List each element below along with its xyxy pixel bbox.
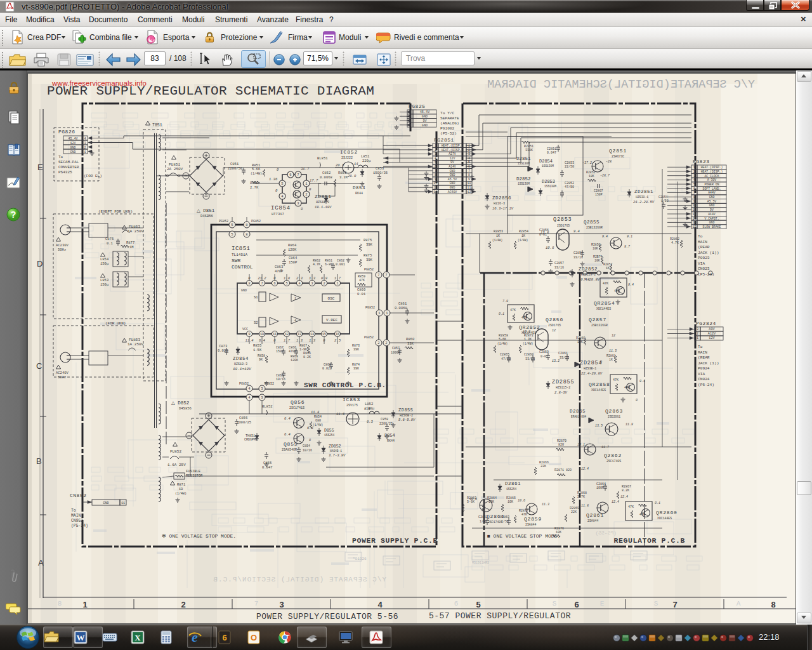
svg-text:13: 13: [693, 217, 697, 220]
svg-text:Q2862: Q2862: [604, 453, 622, 458]
svg-text:PG2824: PG2824: [696, 321, 716, 326]
svg-text:12V: 12V: [709, 336, 715, 340]
svg-text:10K: 10K: [594, 259, 600, 262]
svg-text:FU852: FU852: [170, 449, 181, 454]
svg-text:6: 6: [454, 600, 459, 607]
svg-text:MAIN: MAIN: [698, 240, 707, 244]
svg-text:C864: C864: [289, 256, 298, 260]
svg-text:QR2858: QR2858: [589, 381, 610, 387]
svg-text:D2854: D2854: [539, 159, 553, 164]
svg-text:V.CAPST.: V.CAPST.: [704, 217, 719, 220]
svg-text:150μ: 150μ: [100, 282, 109, 287]
svg-text:HZS30-1: HZS30-1: [636, 196, 648, 199]
svg-text:11.3: 11.3: [609, 349, 617, 353]
svg-text:D2861: D2861: [505, 481, 521, 486]
svg-text:Q2851: Q2851: [609, 148, 627, 154]
svg-text:6: 6: [222, 633, 226, 642]
svg-text:0.047: 0.047: [262, 465, 273, 470]
svg-text:9K: 9K: [259, 358, 263, 362]
svg-text:A12V: A12V: [708, 332, 716, 336]
svg-text:3300/25: 3300/25: [237, 420, 251, 425]
svg-text:Y/C SEPARATE (DIGITAL) SECTION: Y/C SEPARATE (DIGITAL) SECTION/P.C.B: [213, 576, 386, 583]
svg-text:7: 7: [377, 273, 379, 277]
svg-text:Q2863: Q2863: [605, 408, 623, 414]
svg-text:R2871 820: R2871 820: [554, 468, 572, 472]
svg-text:7.8: 7.8: [584, 278, 589, 282]
svg-text:(P5-55): (P5-55): [595, 530, 617, 536]
svg-text:FU853: FU853: [129, 338, 140, 342]
svg-text:Q2864: Q2864: [487, 514, 504, 519]
svg-text:10: 10: [468, 182, 471, 185]
svg-text:Q2856: Q2856: [546, 317, 563, 322]
svg-text:R855: R855: [253, 343, 261, 348]
svg-text:(FOR UKN): (FOR UKN): [105, 321, 126, 326]
svg-text:VIA: VIA: [698, 262, 705, 266]
svg-text:(1/4W): (1/4W): [518, 239, 528, 242]
svg-text:R2852: R2852: [586, 171, 596, 174]
svg-text:B: B: [36, 456, 42, 466]
svg-text:0.0068: 0.0068: [320, 175, 332, 180]
svg-text:XDC144ES: XDC144ES: [596, 307, 611, 310]
svg-text:TL1451A: TL1451A: [232, 253, 248, 257]
svg-text:(FOR EL): (FOR EL): [84, 174, 102, 178]
svg-text:ZD2852: ZD2852: [579, 267, 598, 272]
svg-text:X: X: [134, 633, 141, 642]
svg-text:1K: 1K: [609, 358, 613, 361]
svg-text:6.3: 6.3: [367, 420, 374, 424]
svg-text:(1/4W): (1/4W): [175, 492, 187, 496]
svg-text:(REAR: (REAR: [698, 355, 710, 360]
svg-text:150μ: 150μ: [100, 262, 109, 266]
svg-text:3: 3: [697, 328, 698, 331]
svg-text:S: S: [553, 600, 557, 607]
svg-text:12.4: 12.4: [581, 467, 589, 471]
svg-text:10: 10: [260, 333, 264, 336]
svg-text:PG825: PG825: [409, 103, 426, 109]
svg-text:R2856: R2856: [591, 243, 601, 246]
svg-text:P0924: P0924: [698, 366, 710, 371]
svg-text:10.8: 10.8: [546, 246, 554, 250]
svg-text:MAIN: MAIN: [71, 514, 81, 518]
svg-text:To: To: [698, 345, 703, 349]
svg-text:9.1: 9.1: [627, 235, 632, 239]
svg-text:?: ?: [11, 209, 16, 220]
svg-text:QR2854: QR2854: [594, 300, 615, 306]
svg-text:A27V: A27V: [449, 152, 456, 156]
svg-text:RK44: RK44: [355, 192, 363, 196]
svg-text:RESISTOR: RESISTOR: [186, 474, 203, 478]
svg-text:11: 11: [121, 501, 125, 505]
svg-text:JACK (1)): JACK (1)): [698, 251, 719, 255]
svg-text:12: 12: [285, 333, 289, 336]
svg-text:3: 3: [693, 175, 695, 178]
svg-text:R864: R864: [288, 243, 297, 248]
svg-text:Q2853: Q2853: [553, 216, 572, 223]
svg-text:RK44: RK44: [387, 439, 395, 443]
svg-text:12.4: 12.4: [620, 495, 628, 499]
svg-text:5: 5: [231, 223, 233, 227]
svg-text:6.4: 6.4: [284, 416, 291, 421]
svg-text:2SB1326GR: 2SB1326GR: [586, 226, 603, 229]
svg-text:IC854: IC854: [271, 205, 291, 211]
svg-text:C863: C863: [275, 265, 283, 269]
svg-text:GND: GND: [450, 173, 455, 176]
svg-text:CN852: CN852: [70, 493, 87, 498]
svg-text:VCC: VCC: [242, 328, 248, 331]
svg-text:1SS254: 1SS254: [324, 434, 335, 437]
svg-text:C875: C875: [105, 237, 114, 241]
svg-text:5: 5: [285, 282, 287, 286]
svg-text:18.1=19V: 18.1=19V: [233, 367, 252, 371]
svg-text:Q2859: Q2859: [524, 516, 542, 522]
svg-text:POWER SUPPLY/REGULATOR 5-56: POWER SUPPLY/REGULATOR 5-56: [256, 612, 398, 621]
svg-text:7: 7: [297, 173, 299, 177]
svg-text:CN023: CN023: [698, 267, 710, 271]
svg-text:2.8-3V: 2.8-3V: [554, 390, 568, 395]
svg-text:14: 14: [310, 333, 314, 336]
svg-text:C: C: [36, 361, 42, 371]
svg-text:4: 4: [377, 600, 383, 609]
svg-text:2: 2: [181, 600, 185, 609]
svg-text:D2865: D2865: [570, 409, 586, 414]
svg-text:24.2-29.5V: 24.2-29.5V: [633, 200, 655, 204]
svg-text:6.4: 6.4: [284, 432, 291, 437]
svg-text:Y/C SEPARATE(DIGITAL)SCHEMATIC: Y/C SEPARATE(DIGITAL)SCHEMATIC DIAGRAM: [487, 78, 755, 91]
svg-text:GND: GND: [422, 115, 428, 119]
svg-text:CONTROL: CONTROL: [232, 264, 253, 270]
